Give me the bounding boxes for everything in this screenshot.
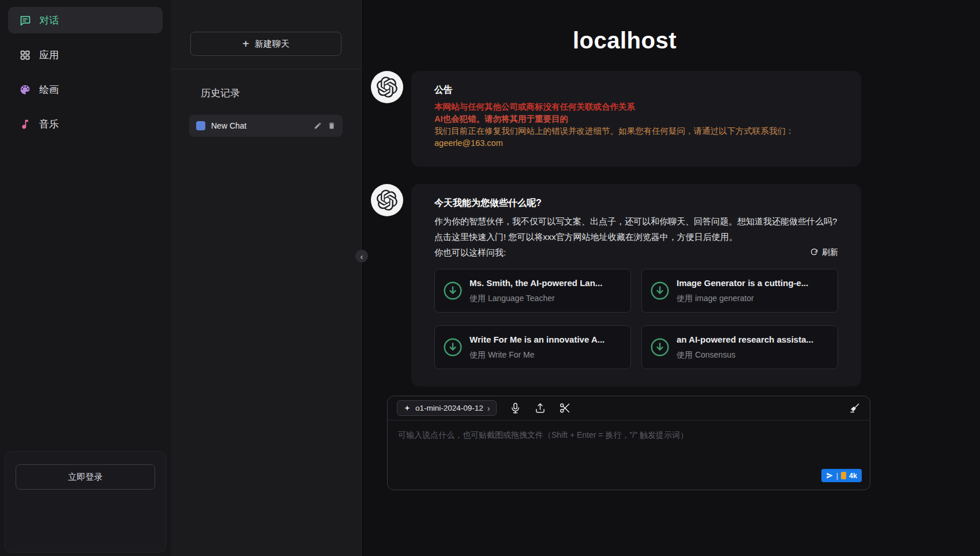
suggestion-subtitle: 使用 Write For Me (470, 349, 604, 360)
chevron-right-icon: › (487, 404, 490, 412)
chat-item-title: New Chat (211, 121, 308, 130)
suggestion-card[interactable]: Write For Me is an innovative A... 使用 Wr… (434, 325, 631, 369)
sidebar-item-chat[interactable]: 对话 (8, 7, 163, 33)
new-chat-section: + 新建聊天 (171, 0, 361, 69)
suggestion-grid: Ms. Smith, the AI-powered Lan... 使用 Lang… (434, 269, 838, 369)
sidebar: 对话 应用 绘画 音乐 立即登录 (0, 0, 171, 556)
circle-arrow-icon (443, 281, 463, 300)
suggestion-title: Ms. Smith, the AI-powered Lan... (470, 277, 602, 289)
announcement-line: AI也会犯错。请勿将其用于重要目的 (434, 113, 838, 125)
composer-toolbar: o1-mini-2024-09-12 › (388, 396, 870, 420)
music-note-icon (18, 118, 31, 130)
circle-arrow-icon (650, 281, 670, 300)
welcome-body: 作为你的智慧伙伴，我不仅可以写文案、出点子，还可以和你聊天、回答问题。想知道我还… (434, 213, 838, 245)
refresh-icon (810, 248, 818, 257)
upload-button[interactable] (534, 402, 546, 414)
suggestion-card[interactable]: Ms. Smith, the AI-powered Lan... 使用 Lang… (434, 269, 631, 313)
main-panel: ‹ localhost 公告 本网站与任何其他公司或商标没有任何关联或合作关系 … (361, 0, 980, 556)
contact-email-link[interactable]: ageerle@163.com (434, 137, 503, 149)
apps-grid-icon (18, 48, 31, 61)
microphone-button[interactable] (509, 402, 521, 414)
model-name: o1-mini-2024-09-12 (415, 404, 483, 412)
suggestion-texts: an AI-powered research assista... 使用 Con… (677, 334, 813, 360)
login-button[interactable]: 立即登录 (16, 464, 155, 490)
sidebar-item-label: 绘画 (39, 83, 59, 96)
refresh-button[interactable]: 刷新 (810, 246, 838, 258)
chat-list-item[interactable]: New Chat (189, 115, 343, 137)
badge-divider: | (836, 472, 838, 480)
suggestion-texts: Write For Me is an innovative A... 使用 Wr… (470, 334, 604, 360)
welcome-title: 今天我能为您做些什么呢? (434, 197, 838, 209)
suggestion-texts: Ms. Smith, the AI-powered Lan... 使用 Lang… (470, 277, 602, 304)
scissors-icon (559, 402, 571, 414)
suggestion-title: Image Generator is a cutting-e... (677, 277, 808, 289)
suggestion-texts: Image Generator is a cutting-e... 使用 ima… (677, 277, 808, 304)
sidebar-item-label: 应用 (39, 48, 59, 62)
chat-list-panel: + 新建聊天 历史记录 New Chat (171, 0, 361, 556)
ask-row: 你也可以这样问我: 刷新 (434, 246, 838, 258)
sidebar-item-apps[interactable]: 应用 (8, 42, 163, 68)
circle-arrow-icon (443, 337, 463, 357)
history-header: 历史记录 (201, 87, 361, 100)
microphone-icon (509, 402, 521, 414)
delete-icon[interactable] (328, 122, 336, 130)
message-welcome: 今天我能为您做些什么呢? 作为你的智慧伙伴，我不仅可以写文案、出点子，还可以和你… (371, 184, 861, 386)
circle-arrow-icon (650, 337, 670, 357)
token-count: 4k (849, 472, 857, 480)
sidebar-item-label: 音乐 (39, 118, 59, 131)
suggestion-title: an AI-powered research assista... (677, 334, 813, 345)
suggestion-subtitle: 使用 image generator (677, 292, 808, 304)
welcome-bubble: 今天我能为您做些什么呢? 作为你的智慧伙伴，我不仅可以写文案、出点子，还可以和你… (411, 184, 861, 386)
upload-icon (534, 402, 546, 414)
message-input[interactable]: 可输入说点什么，也可贴截图或拖拽文件（Shift + Enter = 换行，"/… (388, 420, 870, 490)
ask-label: 你也可以这样问我: (434, 246, 506, 258)
input-placeholder: 可输入说点什么，也可贴截图或拖拽文件（Shift + Enter = 换行，"/… (398, 430, 688, 439)
clear-context-button[interactable] (848, 402, 861, 414)
collapse-sidebar-button[interactable]: ‹ (355, 250, 368, 262)
send-icon (826, 472, 833, 479)
refresh-label: 刷新 (822, 246, 838, 258)
announcement-line: 我们目前正在修复我们网站上的错误并改进细节。如果您有任何疑问，请通过以下方式联系… (434, 125, 838, 137)
suggestion-card[interactable]: an AI-powered research assista... 使用 Con… (641, 325, 838, 369)
page-title: localhost (371, 28, 878, 54)
suggestion-subtitle: 使用 Consensus (677, 349, 813, 360)
composer: o1-mini-2024-09-12 › (387, 396, 870, 490)
palette-icon (18, 83, 31, 96)
announcement-bubble: 公告 本网站与任何其他公司或商标没有任何关联或合作关系 AI也会犯错。请勿将其用… (411, 71, 861, 167)
sidebar-item-label: 对话 (39, 14, 59, 27)
sidebar-item-drawing[interactable]: 绘画 (8, 76, 163, 103)
message-announcement: 公告 本网站与任何其他公司或商标没有任何关联或合作关系 AI也会犯错。请勿将其用… (371, 71, 861, 167)
sidebar-item-music[interactable]: 音乐 (8, 111, 163, 137)
chat-bubble-icon (18, 14, 31, 27)
sparkle-icon (403, 404, 411, 412)
openai-logo-icon (377, 77, 397, 97)
assistant-avatar (371, 184, 403, 216)
suggestion-title: Write For Me is an innovative A... (470, 334, 604, 345)
new-chat-button[interactable]: + 新建聊天 (190, 32, 341, 56)
token-icon (841, 472, 846, 479)
chat-color-icon (196, 121, 205, 130)
suggestion-card[interactable]: Image Generator is a cutting-e... 使用 ima… (641, 269, 838, 313)
send-token-badge[interactable]: | 4k (821, 469, 862, 482)
announcement-title: 公告 (434, 84, 838, 96)
plus-icon: + (242, 38, 249, 50)
suggestion-subtitle: 使用 Language Teacher (470, 292, 602, 304)
chat-item-actions (314, 122, 336, 130)
app-window: 对话 应用 绘画 音乐 立即登录 (0, 0, 980, 556)
edit-icon[interactable] (314, 122, 322, 130)
broom-icon (848, 402, 861, 414)
announcement-line: 本网站与任何其他公司或商标没有任何关联或合作关系 (434, 101, 838, 113)
chat-content: localhost 公告 本网站与任何其他公司或商标没有任何关联或合作关系 AI… (371, 28, 878, 490)
new-chat-label: 新建聊天 (255, 39, 290, 50)
sidebar-footer: 立即登录 (5, 451, 166, 553)
assistant-avatar (371, 71, 403, 103)
openai-logo-icon (377, 190, 397, 211)
scissors-button[interactable] (559, 402, 571, 414)
model-selector[interactable]: o1-mini-2024-09-12 › (397, 400, 497, 416)
